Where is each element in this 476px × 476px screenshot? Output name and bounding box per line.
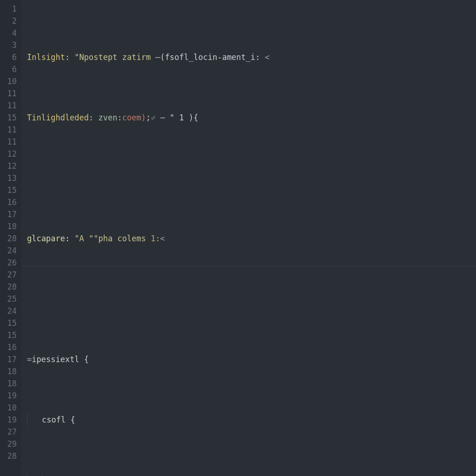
line-number: 19 [0,390,21,402]
line-number: 15 [0,112,21,124]
code-line[interactable]: glcapare: "A ""pha colems 1: < [27,232,476,245]
token: ⩫ [151,112,155,124]
code-line[interactable]: stant (To. "Tlt text urtes: 1. "): [27,474,476,476]
code-line[interactable]: = ipessiextl { [27,353,476,365]
token-keyword: glcapare: [27,232,70,245]
token: – " 1 ){ [155,112,198,124]
token-string: "Npostept zatirm [70,51,151,63]
line-number: 28 [0,232,21,245]
token-op: < [260,51,270,63]
line-number: 4 [0,27,21,39]
line-number: 18 [0,365,21,377]
token-keyword: Inlsight: [27,51,70,63]
line-number: 24 [0,305,21,317]
line-number: 3 [0,39,21,51]
line-number: 13 [0,172,21,184]
line-number: 2 [0,15,21,27]
token-string: "A ""pha colems [70,232,151,245]
token: ipessiextl [32,353,84,365]
token: stant [57,474,85,476]
line-number: 1 [0,3,21,15]
code-line[interactable]: csofl { [27,414,476,426]
indent-marker: = [27,353,32,365]
line-number: 10 [0,75,21,87]
code-line[interactable]: Tinlighdleded: zven: coem) ; ⩫ – " 1 ){ [27,112,476,124]
line-number: 15 [0,329,21,341]
line-number: 11 [0,124,21,136]
line-number: 19 [0,414,21,426]
line-number: 27 [0,269,21,281]
line-number: 15 [0,184,21,196]
token-number: 1: [151,232,160,245]
line-number: 12 [0,160,21,172]
token-brace: { [84,353,89,365]
line-number: 11 [0,87,21,99]
line-number: 25 [0,293,21,305]
line-number: 11 [0,99,21,112]
line-number: 29 [0,438,21,450]
line-number: 26 [0,257,21,269]
line-number: 16 [0,341,21,353]
line-number: 10 [0,402,21,414]
line-number: 27 [0,426,21,438]
token: "): [195,474,209,476]
code-area[interactable]: Inlsight: "Npostept zatirm —(fsofl_locin… [21,0,476,476]
line-number: 12 [0,148,21,160]
token: zven: [93,112,122,124]
line-number: 15 [0,317,21,329]
line-number: 6 [0,51,21,63]
code-line-blank [27,293,476,305]
line-number: 17 [0,208,21,220]
line-number: 18 [0,377,21,390]
token-keyword: Tinlighdleded: [27,112,93,124]
token: csofl [42,414,70,426]
code-line[interactable]: Inlsight: "Npostept zatirm —(fsofl_locin… [27,51,476,63]
token-brace: { [70,414,75,426]
line-number: 11 [0,136,21,148]
line-number: 16 [0,196,21,208]
line-number: 24 [0,245,21,257]
line-number: 17 [0,353,21,365]
token-string: "Tlt text urtes: [104,474,185,476]
line-number: 28 [0,450,21,462]
line-number: 6 [0,63,21,75]
token: (To. [85,474,104,476]
token: ; [146,112,151,124]
line-number: 28 [0,281,21,293]
line-number-gutter: 1243661011111511111212131516171828242627… [0,0,21,476]
line-number: 18 [0,220,21,232]
code-line-blank [27,172,476,184]
section-divider [21,266,476,266]
token-op: < [160,232,165,245]
code-editor[interactable]: 1243661011111511111212131516171828242627… [0,0,476,476]
token-number: 1. [185,474,194,476]
token: —(fsofl_locin-ament_i: [151,51,260,63]
token: coem) [122,112,146,124]
